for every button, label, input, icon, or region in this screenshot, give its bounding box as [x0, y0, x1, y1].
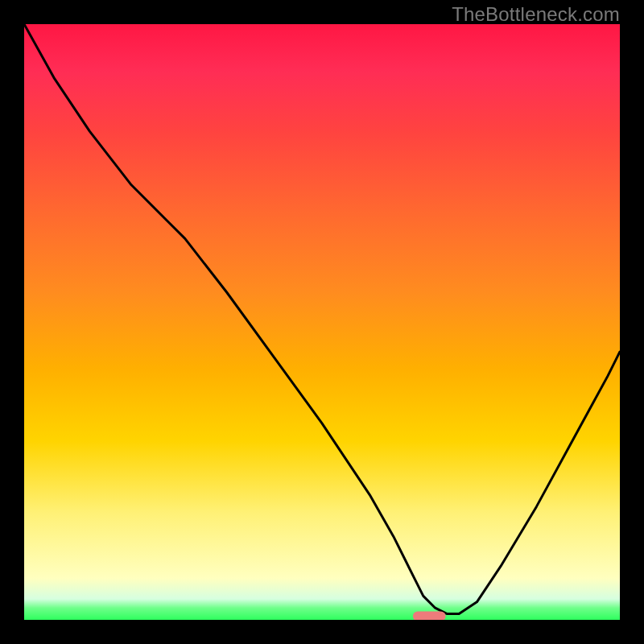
plot-area	[24, 24, 620, 620]
chart-svg	[24, 24, 620, 620]
chart-frame: TheBottleneck.com	[0, 0, 644, 644]
watermark-label: TheBottleneck.com	[452, 3, 620, 26]
optimal-marker-pill	[413, 612, 446, 620]
bottleneck-curve	[24, 24, 620, 614]
